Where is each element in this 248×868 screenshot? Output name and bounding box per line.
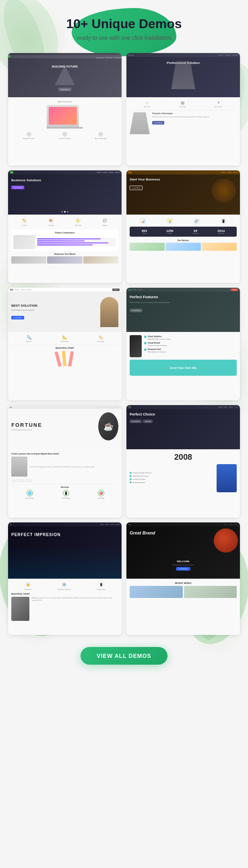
- feat-row-3: Powerful Tool Best solution for business: [144, 348, 237, 353]
- page-title: 10+ Unique Demos: [8, 12, 240, 31]
- progress-bar-4: [37, 244, 116, 246]
- demo-card-10[interactable]: BIZ Great Brand WELCOME Professional bus…: [126, 522, 240, 635]
- brand-icon: ⭐: [75, 218, 81, 223]
- phone-image: [130, 335, 142, 357]
- service-brand: 🎯 Branding: [98, 490, 104, 499]
- feature-text-2: Best Tools Framework: [133, 475, 149, 477]
- welcome-btn[interactable]: Get Started: [176, 567, 190, 571]
- nav-btn-6[interactable]: Contact: [231, 289, 238, 291]
- demo-card-8[interactable]: Perfect Choice Learn More Contact 2008 P…: [126, 405, 240, 518]
- progress-fill: [37, 240, 85, 242]
- crost-section: Crost Your Own Site: [130, 360, 237, 376]
- nav-link: [132, 289, 136, 290]
- nav-link: [100, 524, 104, 525]
- home-icon: ⌂: [144, 100, 151, 105]
- service-3: [202, 243, 237, 251]
- nav-line: [105, 57, 113, 58]
- learn-more-btn[interactable]: Learn More: [152, 121, 164, 125]
- demo-6-title: Perfect Features: [130, 295, 158, 299]
- stat-65: 65 Team Size: [193, 229, 198, 234]
- loft-logo: loft: [128, 289, 131, 291]
- view-all-demos-button[interactable]: VIEW ALL DEMOS: [81, 647, 167, 665]
- demo-card-3[interactable]: Business Solutions Get Started ✏️ Create: [8, 170, 122, 283]
- demo-9-hero: bf PERFECT IMPRESION: [8, 522, 122, 579]
- demo-card-2[interactable]: Professional Solution ⌂ Item One ▦ Item …: [126, 53, 240, 166]
- stat-num: 2014: [217, 229, 225, 233]
- hero-content-7: FORTUNE Professional business theme ☕: [8, 409, 122, 444]
- feat-title-1: Great Solution: [148, 335, 170, 338]
- services-title: Services: [11, 486, 118, 488]
- demo-6-btn[interactable]: Learn More: [130, 309, 143, 312]
- demo-7-nav: bf: [8, 405, 122, 409]
- stat-col-3: 📱 Responsive: [97, 582, 105, 590]
- col-coordinate: 📐 Coordinate: [61, 335, 69, 342]
- work-item-2: [184, 586, 237, 598]
- hero-btn-5[interactable]: Learn More: [11, 316, 24, 319]
- btn-learn[interactable]: Learn More: [130, 420, 142, 423]
- service-label: Mobile App: [62, 497, 70, 499]
- col-item-3: Amazing Design: [95, 132, 106, 139]
- feature-4: Amazing Support: [130, 481, 213, 483]
- col-dot: [62, 132, 67, 137]
- demo-3-body: ✏️ Create 🎨 Design ⭐ Branding 💬: [8, 215, 122, 283]
- nav-link: [235, 407, 238, 407]
- beautiful-title-9: BEAUTIFUL START: [11, 593, 118, 595]
- icons-row: ⌂ Item One ▦ Item Two ✦ Item Three: [130, 100, 237, 108]
- demo-10-body: RECENT WORKS: [126, 579, 240, 635]
- expert-title: Create Layouts Like an Expert Digital St…: [11, 452, 118, 455]
- three-columns: Beautiful Theme Powerful Solution Amazin…: [11, 132, 118, 139]
- demo-1-hero: BUILDING FUTURE Learn More: [8, 53, 122, 97]
- demo-7-hero: bf FORTUNE Professional business theme: [8, 405, 122, 449]
- demo-card-5[interactable]: BIZ Contact BEST SOLUTION Great features…: [8, 288, 122, 400]
- responsive-icon: 📱: [98, 582, 104, 588]
- crost-title: Crost Your Own Site: [169, 366, 196, 369]
- demo-3-nav: [8, 170, 122, 174]
- laptop-area: [11, 104, 118, 129]
- feature-3: Powerful Solution: [130, 478, 213, 480]
- nav-link: [116, 524, 120, 525]
- feat-text-3: Best solution for business: [148, 351, 166, 353]
- recent-works-title: RECENT WORKS: [130, 582, 237, 584]
- phone-section: Great Solution Amazing design for your p…: [130, 335, 237, 357]
- person-image: [217, 464, 237, 492]
- demo-8-body: 2008 Premium Design Features Best Tools …: [126, 449, 240, 518]
- dot-1: [61, 211, 63, 213]
- nav-link: [233, 172, 238, 173]
- demo-card-4[interactable]: BIZ Start Your Business Learn More: [126, 170, 240, 283]
- discover-icon: 🔍: [26, 335, 32, 340]
- services-row: 🌐 Web Design 📱 Mobile App 🎯 Branding: [11, 490, 118, 499]
- demo-1-btn: Learn More: [58, 88, 71, 91]
- laptop-image: [47, 105, 79, 127]
- feat-1: ✏️ Create: [22, 218, 27, 226]
- stat-label: Team Size: [193, 233, 198, 234]
- demo-6-sub: Perfect solution for your business with …: [130, 301, 224, 304]
- nav-link: [14, 289, 19, 290]
- demo-2-nav: [126, 53, 240, 57]
- demo-card-7[interactable]: bf FORTUNE Professional business theme: [8, 405, 122, 518]
- nav-dot: [132, 55, 134, 56]
- demo-card-1[interactable]: BUILDING FUTURE Learn More Start From He…: [8, 53, 122, 166]
- demo-7-title: FORTUNE: [11, 422, 98, 428]
- col-item-2: Powerful Solution: [58, 132, 71, 139]
- nav-item: [232, 55, 238, 55]
- girl-row: Amazing solution for your creative proje…: [11, 597, 118, 621]
- year-display: 2008: [130, 452, 237, 462]
- biz-logo-5: BIZ: [10, 289, 13, 291]
- nav-cta-btn[interactable]: Contact: [112, 289, 120, 291]
- hero-sub: Great features for your business: [11, 309, 96, 311]
- feat-dot: [144, 336, 147, 338]
- person-section: Premium Design Features Best Tools Frame…: [130, 464, 237, 492]
- demo-card-6[interactable]: loft Contact Perfect Features Perfect so…: [126, 288, 240, 400]
- create-icon: ✏️: [22, 218, 27, 223]
- triangle-shape: [55, 65, 75, 85]
- progress-bars: [37, 238, 116, 246]
- demo-4-nav: BIZ: [126, 170, 240, 174]
- demo-card-9[interactable]: bf PERFECT IMPRESION 👍: [8, 522, 122, 635]
- laptop-screen: [49, 107, 77, 125]
- feat-text-1: Amazing design for your project: [148, 338, 170, 340]
- btn-contact[interactable]: Contact: [143, 420, 153, 423]
- expert-text: Create amazing layouts with our powerful…: [30, 466, 95, 468]
- page-subtitle: ready to use with one click installation: [8, 35, 240, 41]
- nav-line: [96, 57, 104, 58]
- demo-8-title: Perfect Choice: [130, 412, 155, 416]
